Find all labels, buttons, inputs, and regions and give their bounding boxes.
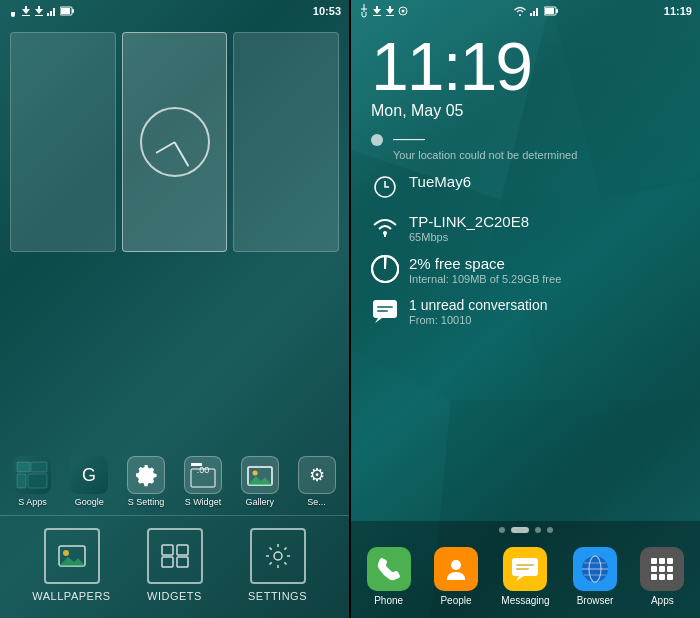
calendar-icon [371, 173, 399, 201]
notif-message-text: 1 unread conversation From: 10010 [409, 297, 548, 326]
notif-calendar-text: TueMay6 [409, 173, 471, 190]
svg-marker-35 [373, 6, 381, 14]
wallpapers-option[interactable]: WALLPAPERS [20, 528, 123, 602]
app-icon-label-se: Se... [307, 497, 326, 507]
minute-hand [174, 142, 189, 167]
wifi-notif-icon [371, 213, 399, 241]
svg-rect-66 [667, 558, 673, 564]
notif-storage-text: 2% free space Internal: 109MB of 5.29GB … [409, 255, 561, 285]
signal-icon-right [530, 6, 540, 16]
clock-widget [140, 107, 210, 177]
svg-rect-50 [373, 300, 397, 318]
sapps-icon [16, 461, 48, 489]
status-bar-left: 10:53 [0, 0, 349, 22]
target-icon-right [398, 6, 408, 16]
notif-location-sub: Your location could not be determined [393, 149, 577, 161]
browser-svg-icon [581, 555, 609, 583]
svg-marker-23 [59, 557, 85, 566]
svg-rect-25 [177, 545, 188, 555]
battery-icon-right [544, 6, 558, 16]
svg-rect-43 [536, 8, 538, 16]
dock-app-label-phone: Phone [374, 595, 403, 606]
notif-message-title: 1 unread conversation [409, 297, 548, 313]
svg-marker-2 [35, 6, 43, 14]
notif-storage: 2% free space Internal: 109MB of 5.29GB … [371, 255, 680, 285]
svg-rect-27 [177, 557, 188, 567]
settings-option[interactable]: SETTINGS [226, 528, 329, 602]
storage-icon [371, 255, 399, 283]
svg-point-48 [383, 231, 387, 235]
status-icons-right [359, 4, 408, 18]
svg-marker-37 [386, 6, 394, 14]
dock-app-phone[interactable]: Phone [367, 547, 411, 606]
widgets-svg-icon [161, 544, 189, 568]
right-panel: 11:19 11:19 Mon, May 05 —— Your location… [351, 0, 700, 618]
svg-rect-13 [28, 474, 47, 488]
dock-app-apps[interactable]: Apps [640, 547, 684, 606]
svg-rect-3 [35, 15, 43, 16]
dock-app-icon-messaging [503, 547, 547, 591]
notif-wifi-title: TP-LINK_2C20E8 [409, 213, 529, 230]
page-thumb-1[interactable] [10, 32, 116, 252]
svg-rect-65 [659, 558, 665, 564]
pages-row [0, 32, 349, 252]
app-icon-sapps[interactable]: S Apps [13, 456, 51, 507]
message-icon [371, 297, 399, 325]
svg-rect-67 [651, 566, 657, 572]
notif-storage-title: 2% free space [409, 255, 561, 272]
svg-rect-68 [659, 566, 665, 572]
svg-text:G: G [82, 465, 96, 485]
app-icon-label-sapps: S Apps [18, 497, 47, 507]
svg-rect-9 [61, 8, 70, 14]
apps-svg-icon [648, 555, 676, 583]
dock-app-messaging[interactable]: Messaging [501, 547, 549, 606]
dock-app-icon-browser [573, 547, 617, 591]
signal-icon [47, 6, 57, 16]
ssetting-icon [134, 463, 158, 487]
dock-app-people[interactable]: People [434, 547, 478, 606]
lock-date: Mon, May 05 [371, 102, 680, 120]
svg-rect-45 [556, 9, 558, 13]
battery-icon-left [60, 6, 74, 16]
dock-app-icon-apps [640, 547, 684, 591]
widgets-option[interactable]: WIDGETS [123, 528, 226, 602]
notif-location: —— Your location could not be determined [371, 130, 680, 161]
svg-rect-24 [162, 545, 173, 555]
notif-message-sub: From: 10010 [409, 314, 548, 326]
app-icon-gallery[interactable]: Gallery [241, 456, 279, 507]
svg-rect-1 [22, 15, 30, 16]
svg-rect-58 [516, 568, 529, 570]
app-icon-img-sapps [13, 456, 51, 494]
app-icon-img-google: G [70, 456, 108, 494]
svg-rect-4 [47, 13, 49, 16]
svg-rect-10 [17, 462, 30, 472]
svg-rect-69 [667, 566, 673, 572]
dock-app-browser[interactable]: Browser [573, 547, 617, 606]
page-thumb-3[interactable] [233, 32, 339, 252]
notif-calendar: TueMay6 [371, 173, 680, 201]
app-icon-se[interactable]: ⚙ Se... [298, 456, 336, 507]
svg-rect-5 [50, 11, 52, 16]
gallery-icon [247, 464, 273, 486]
app-icon-img-ssetting [127, 456, 165, 494]
status-time-left: 10:53 [313, 5, 341, 17]
notif-wifi-sub: 65Mbps [409, 231, 529, 243]
svg-rect-38 [386, 15, 394, 16]
app-icon-google[interactable]: G Google [70, 456, 108, 507]
dock-apps: Phone People [351, 539, 700, 618]
indicator-dot-3 [547, 527, 553, 533]
app-icon-ssetting[interactable]: S Setting [127, 456, 165, 507]
dock-indicators [351, 521, 700, 539]
wallpapers-icon [44, 528, 100, 584]
app-dock-left: S Apps G Google S Setting [0, 448, 349, 515]
app-icon-label-gallery: Gallery [245, 497, 274, 507]
download2-icon-right [385, 6, 395, 16]
bottom-dock-right: Phone People [351, 521, 700, 618]
app-icon-swidget[interactable]: .00 S Widget [184, 456, 222, 507]
settings-label: SETTINGS [248, 590, 307, 602]
page-thumb-2[interactable] [122, 32, 228, 252]
app-icon-label-ssetting: S Setting [128, 497, 165, 507]
status-time-right: 11:19 [664, 5, 692, 17]
hour-hand [155, 141, 175, 154]
usb-icon-right [359, 4, 369, 18]
